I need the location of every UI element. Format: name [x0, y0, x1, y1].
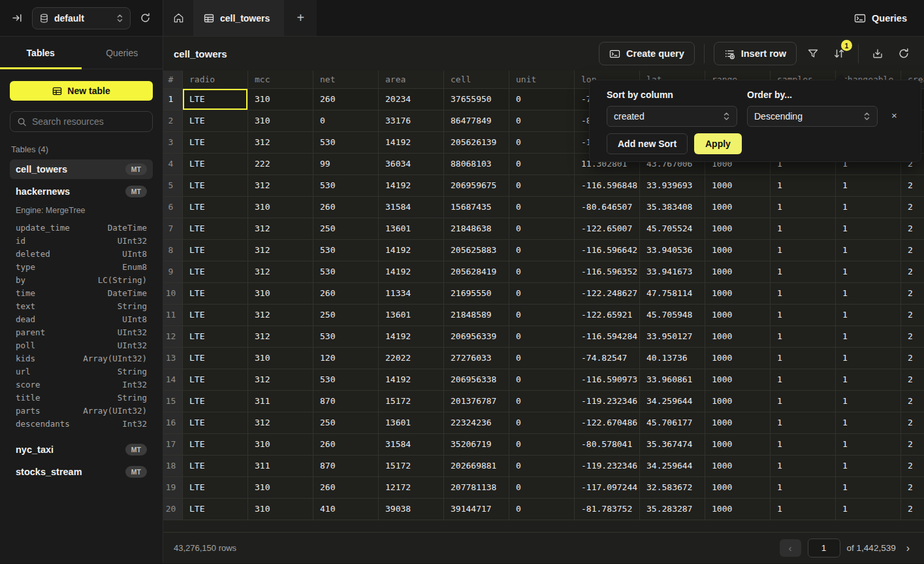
table-cell[interactable]: 33.941673: [640, 261, 705, 283]
table-cell[interactable]: 206956338: [444, 369, 509, 391]
table-cell[interactable]: 2: [901, 175, 924, 197]
table-cell[interactable]: 1: [771, 305, 836, 326]
table-cell[interactable]: LTE: [183, 218, 248, 240]
table-cell[interactable]: 1: [771, 240, 836, 261]
tab-cell-towers[interactable]: cell_towers: [193, 0, 284, 36]
table-cell[interactable]: 0: [509, 175, 575, 197]
table-cell[interactable]: -122.248627: [575, 283, 640, 305]
table-cell[interactable]: 2: [901, 240, 924, 261]
table-cell[interactable]: LTE: [183, 89, 248, 110]
row-number[interactable]: 11: [163, 305, 183, 326]
row-number[interactable]: 15: [163, 391, 183, 412]
row-number[interactable]: 12: [163, 326, 183, 348]
table-cell[interactable]: 0: [509, 391, 575, 412]
row-number[interactable]: 8: [163, 240, 183, 261]
table-cell[interactable]: 0: [509, 89, 575, 110]
table-cell[interactable]: LTE: [183, 456, 248, 477]
table-cell[interactable]: 1000: [705, 456, 771, 477]
table-cell[interactable]: -80.646507: [575, 197, 640, 218]
table-cell[interactable]: 45.705524: [640, 218, 705, 240]
new-tab-button[interactable]: +: [284, 0, 317, 36]
row-number[interactable]: 9: [163, 261, 183, 283]
table-cell[interactable]: 34.259644: [640, 391, 705, 412]
table-cell[interactable]: 1000: [705, 477, 771, 499]
table-cell[interactable]: 36034: [379, 154, 444, 175]
table-cell[interactable]: 0: [509, 326, 575, 348]
table-cell[interactable]: 312: [248, 218, 313, 240]
table-cell[interactable]: 206959675: [444, 175, 509, 197]
table-cell[interactable]: 14192: [379, 175, 444, 197]
table-cell[interactable]: 1: [771, 348, 836, 369]
table-cell[interactable]: 33176: [379, 110, 444, 132]
column-header-mcc[interactable]: mcc: [248, 71, 313, 89]
refresh-table-button[interactable]: [894, 44, 914, 63]
row-number[interactable]: 7: [163, 218, 183, 240]
table-cell[interactable]: 0: [509, 240, 575, 261]
table-cell[interactable]: 2: [901, 456, 924, 477]
row-number[interactable]: 18: [163, 456, 183, 477]
table-cell[interactable]: 2: [901, 348, 924, 369]
table-cell[interactable]: 260: [313, 283, 379, 305]
table-cell[interactable]: 0: [509, 305, 575, 326]
table-cell[interactable]: 33.960861: [640, 369, 705, 391]
table-cell[interactable]: 312: [248, 261, 313, 283]
table-cell[interactable]: 34.259644: [640, 456, 705, 477]
table-cell[interactable]: 1000: [705, 412, 771, 434]
row-number[interactable]: 14: [163, 369, 183, 391]
row-number[interactable]: 20: [163, 499, 183, 520]
table-cell[interactable]: 1: [771, 218, 836, 240]
table-cell[interactable]: 260: [313, 477, 379, 499]
sort-column-select[interactable]: created: [607, 106, 737, 127]
table-cell[interactable]: 1: [836, 261, 901, 283]
table-cell[interactable]: 1: [771, 261, 836, 283]
collapse-sidebar-button[interactable]: [9, 10, 25, 26]
table-cell[interactable]: 1000: [705, 391, 771, 412]
table-cell[interactable]: 1: [836, 283, 901, 305]
column-header-net[interactable]: net: [313, 71, 379, 89]
table-cell[interactable]: -122.65921: [575, 305, 640, 326]
table-cell[interactable]: 1000: [705, 326, 771, 348]
table-cell[interactable]: 0: [509, 110, 575, 132]
table-cell[interactable]: LTE: [183, 499, 248, 520]
table-cell[interactable]: 13601: [379, 218, 444, 240]
table-cell[interactable]: 2: [901, 305, 924, 326]
table-cell[interactable]: 530: [313, 261, 379, 283]
table-cell[interactable]: 22022: [379, 348, 444, 369]
table-cell[interactable]: 20234: [379, 89, 444, 110]
table-cell[interactable]: 22324236: [444, 412, 509, 434]
table-cell[interactable]: 1: [836, 412, 901, 434]
table-cell[interactable]: 1000: [705, 369, 771, 391]
table-cell[interactable]: 311: [248, 456, 313, 477]
table-cell[interactable]: 260: [313, 89, 379, 110]
table-cell[interactable]: LTE: [183, 283, 248, 305]
table-cell[interactable]: LTE: [183, 348, 248, 369]
column-header-rownum[interactable]: #: [163, 71, 183, 89]
table-cell[interactable]: 15687435: [444, 197, 509, 218]
table-cell[interactable]: 1000: [705, 197, 771, 218]
table-cell[interactable]: -117.097244: [575, 477, 640, 499]
table-cell[interactable]: 47.758114: [640, 283, 705, 305]
table-cell[interactable]: 13601: [379, 305, 444, 326]
table-cell[interactable]: -116.596352: [575, 261, 640, 283]
table-cell[interactable]: 99: [313, 154, 379, 175]
table-cell[interactable]: 1: [771, 412, 836, 434]
table-cell[interactable]: 1000: [705, 240, 771, 261]
sidebar-tab-tables[interactable]: Tables: [0, 37, 82, 69]
search-input[interactable]: [32, 116, 150, 127]
table-cell[interactable]: 530: [313, 326, 379, 348]
table-cell[interactable]: 2: [901, 391, 924, 412]
table-cell[interactable]: 310: [248, 110, 313, 132]
table-cell[interactable]: 870: [313, 391, 379, 412]
table-cell[interactable]: 260: [313, 434, 379, 456]
table-cell[interactable]: LTE: [183, 391, 248, 412]
table-cell[interactable]: 1: [771, 477, 836, 499]
table-cell[interactable]: 0: [509, 456, 575, 477]
table-cell[interactable]: 250: [313, 218, 379, 240]
tab-home[interactable]: [163, 0, 193, 36]
table-cell[interactable]: 1: [771, 326, 836, 348]
row-number[interactable]: 17: [163, 434, 183, 456]
table-cell[interactable]: 312: [248, 326, 313, 348]
table-cell[interactable]: 1: [836, 326, 901, 348]
add-new-sort-button[interactable]: Add new Sort: [607, 133, 688, 154]
table-cell[interactable]: 33.939693: [640, 175, 705, 197]
